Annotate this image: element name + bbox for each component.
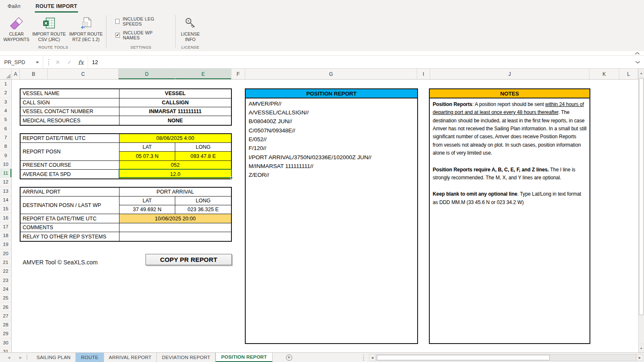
- route-import-tab[interactable]: ROUTE IMPORT: [35, 3, 78, 13]
- notes-paragraph: Position Reports require A, B, C, E, F, …: [433, 166, 587, 182]
- sheet-tab-deviation-report[interactable]: DEVIATION REPORT: [157, 353, 216, 362]
- row-header-3[interactable]: 3: [0, 98, 11, 106]
- row-header-8[interactable]: 8: [0, 142, 11, 151]
- scroll-up-icon[interactable]: ▲: [639, 69, 644, 78]
- row-header-16[interactable]: 16: [0, 213, 11, 222]
- row-header-26[interactable]: 26: [0, 303, 11, 311]
- insert-function-icon[interactable]: fx: [78, 59, 83, 66]
- column-header-J[interactable]: J: [430, 69, 589, 79]
- import-route-rtz-button[interactable]: IMPORT ROUTE RTZ (IEC 1.2): [67, 14, 105, 42]
- row-header-23[interactable]: 23: [0, 276, 11, 285]
- vessel-info-table: VESSEL NAME VESSEL CALL SIGN CALLSIGN VE…: [20, 88, 232, 126]
- sheet-tab-position-report[interactable]: POSITION REPORT: [216, 353, 272, 362]
- column-header-F[interactable]: F: [231, 69, 245, 79]
- include-wp-names-checkbox[interactable]: ✓ INCLUDE WP NAMES: [115, 30, 166, 40]
- medical-resources-value[interactable]: NONE: [119, 116, 231, 125]
- position-report-line: M/INMARSAT 111111111//: [249, 162, 414, 171]
- relay-value[interactable]: [119, 232, 231, 241]
- enter-icon[interactable]: ✓: [67, 59, 72, 65]
- row-header-10[interactable]: 10: [0, 160, 11, 169]
- row-header-22[interactable]: 22: [0, 267, 11, 276]
- row-header-6[interactable]: 6: [0, 124, 11, 133]
- row-header-25[interactable]: 25: [0, 294, 11, 303]
- report-long-value[interactable]: 093 47.8 E: [175, 152, 231, 160]
- name-box-dropdown-icon[interactable]: [36, 62, 39, 63]
- row-header-30[interactable]: 30: [0, 339, 11, 347]
- row-header-14[interactable]: 14: [0, 196, 11, 204]
- row-header-9[interactable]: 9: [0, 151, 11, 160]
- vessel-name-value[interactable]: VESSEL: [119, 89, 231, 98]
- call-sign-label: CALL SIGN: [21, 98, 119, 107]
- column-header-K[interactable]: K: [589, 69, 619, 79]
- include-leg-speeds-checkbox[interactable]: ✓ INCLUDE LEG SPEEDS: [115, 16, 166, 26]
- column-header-B[interactable]: B: [20, 69, 48, 79]
- column-header-I[interactable]: I: [417, 69, 430, 79]
- report-date-value[interactable]: 08/06/2025 4:00: [119, 134, 231, 143]
- row-header-1[interactable]: 1: [0, 80, 11, 88]
- sheet-tab-route[interactable]: ROUTE: [76, 353, 104, 362]
- row-header-7[interactable]: 7: [0, 133, 11, 142]
- call-sign-value[interactable]: CALLSIGN: [119, 98, 231, 107]
- row-header-27[interactable]: 27: [0, 312, 11, 321]
- import-route-csv-button[interactable]: IMPORT ROUTE CSV (JRC): [31, 14, 67, 42]
- vessel-contact-value[interactable]: INMARSAT 111111111: [119, 107, 231, 116]
- row-header-19[interactable]: 19: [0, 240, 11, 249]
- column-header-L[interactable]: L: [619, 69, 638, 79]
- average-eta-spd-value[interactable]: 12.0: [119, 170, 231, 178]
- row-header-13[interactable]: 13: [0, 187, 11, 196]
- vertical-scrollbar-thumb[interactable]: [639, 78, 644, 315]
- scroll-left-icon[interactable]: ◀: [369, 354, 376, 361]
- horizontal-scrollbar[interactable]: [376, 354, 636, 361]
- copy-pr-report-button[interactable]: COPY PR REPORT: [145, 254, 232, 265]
- new-sheet-icon[interactable]: +: [286, 354, 292, 361]
- report-lat-value[interactable]: 05 07.3 N: [119, 152, 175, 160]
- file-menu-tab[interactable]: Файл: [7, 3, 21, 13]
- formula-input[interactable]: 12: [88, 59, 635, 65]
- row-header-28[interactable]: 28: [0, 321, 11, 329]
- worksheet[interactable]: VESSEL NAME VESSEL CALL SIGN CALLSIGN VE…: [12, 80, 638, 352]
- expand-formula-bar-icon[interactable]: [635, 61, 640, 64]
- destination-long-value[interactable]: 023 36.325 E: [175, 205, 231, 214]
- row-header-24[interactable]: 24: [0, 285, 11, 294]
- sheet-tab-arrival-report[interactable]: ARRIVAL REPORT: [104, 353, 157, 362]
- name-box[interactable]: PR_SPD: [0, 56, 43, 68]
- row-header-31[interactable]: 31: [0, 347, 11, 352]
- sheet-tab-sailing-plan[interactable]: SAILING PLAN: [31, 353, 76, 362]
- row-header-18[interactable]: 18: [0, 231, 11, 240]
- arrival-port-value[interactable]: PORT ARRIVAL: [119, 188, 231, 197]
- row-header-29[interactable]: 29: [0, 329, 11, 338]
- license-info-button[interactable]: LICENSE INFO: [177, 14, 204, 42]
- column-header-D[interactable]: D: [119, 69, 175, 79]
- report-posn-label: REPORT POSN: [21, 143, 119, 161]
- row-header-4[interactable]: 4: [0, 106, 11, 115]
- select-all-corner[interactable]: [0, 69, 12, 79]
- row-header-5[interactable]: 5: [0, 115, 11, 124]
- present-course-value[interactable]: 052: [119, 161, 231, 170]
- comments-value[interactable]: [119, 223, 231, 232]
- cancel-icon[interactable]: ×: [56, 59, 60, 66]
- column-header-C[interactable]: C: [48, 69, 119, 79]
- collapse-ribbon-icon[interactable]: [635, 52, 640, 55]
- horizontal-scrollbar-thumb[interactable]: [377, 355, 550, 360]
- row-header-20[interactable]: 20: [0, 249, 11, 258]
- clear-waypoints-button[interactable]: CLEAR WAYPOINTS: [2, 14, 31, 42]
- report-eta-value[interactable]: 10/06/2025 20:00: [119, 214, 231, 223]
- destination-lat-value[interactable]: 37 49.692 N: [119, 205, 175, 214]
- row-header-17[interactable]: 17: [0, 222, 11, 231]
- scroll-right-icon[interactable]: ▶: [636, 354, 643, 361]
- position-report-line: E/052//: [249, 135, 414, 144]
- row-header-2[interactable]: 2: [0, 88, 11, 97]
- row-header-15[interactable]: 15: [0, 204, 11, 213]
- scroll-down-icon[interactable]: ▼: [639, 344, 644, 352]
- column-header-A[interactable]: A: [12, 69, 20, 79]
- ribbon-body: CLEAR WAYPOINTS IMPORT ROUTE CSV (JRC): [0, 13, 644, 51]
- ribbon-edge-strip: [0, 51, 644, 56]
- row-header-21[interactable]: 21: [0, 258, 11, 267]
- column-header-E[interactable]: E: [175, 69, 231, 79]
- column-header-G[interactable]: G: [245, 69, 417, 79]
- vertical-scrollbar[interactable]: ▲ ▼: [638, 69, 644, 352]
- row-header-12[interactable]: 12: [0, 178, 11, 186]
- row-header-11[interactable]: 11: [0, 169, 11, 178]
- next-sheet-icon[interactable]: ▶: [19, 356, 22, 359]
- previous-sheet-icon[interactable]: ◀: [8, 356, 10, 359]
